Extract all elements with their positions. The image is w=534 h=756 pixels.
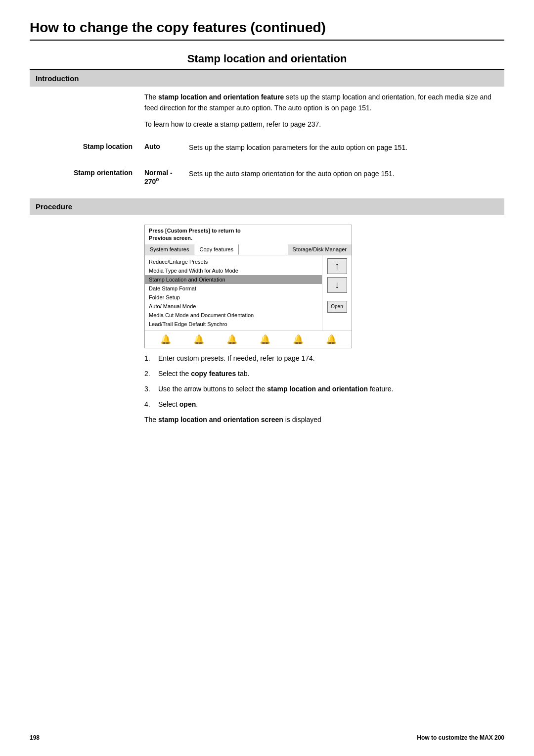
list-item[interactable]: Media Type and Width for Auto Mode xyxy=(145,266,322,275)
scroll-up-button[interactable]: ↑ xyxy=(327,258,347,274)
footer-title: How to customize the MAX 200 xyxy=(417,734,504,741)
list-item[interactable]: Auto/ Manual Mode xyxy=(145,302,322,311)
step-1-text: Enter custom presets. If needed, refer t… xyxy=(158,353,315,364)
screen-list: Reduce/Enlarge Presets Media Type and Wi… xyxy=(145,255,322,331)
open-button[interactable]: Open xyxy=(327,301,347,313)
procedure-header: Procedure xyxy=(30,198,504,215)
main-title: How to change the copy features (continu… xyxy=(30,20,504,41)
screen-icon-2: 🔔 xyxy=(193,334,204,345)
stamp-location-row: Stamp location Auto Sets up the stamp lo… xyxy=(30,140,504,156)
screen-icons-row: 🔔 🔔 🔔 🔔 🔔 🔔 xyxy=(145,331,352,348)
step-3-text: Use the arrow buttons to select the stam… xyxy=(158,384,393,394)
tab-copy-features[interactable]: Copy features xyxy=(194,244,238,255)
footer-page-number: 198 xyxy=(30,734,40,741)
step-1-num: 1. xyxy=(144,353,154,364)
tab-storage-disk[interactable]: Storage/Disk Manager xyxy=(288,244,352,255)
step-1: 1. Enter custom presets. If needed, refe… xyxy=(144,353,498,364)
screen-mockup: Press [Custom Presets] to return to Prev… xyxy=(144,225,352,348)
step-4-num: 4. xyxy=(144,399,154,410)
intro-para2: To learn how to create a stamp pattern, … xyxy=(144,119,498,130)
step-2: 2. Select the copy features tab. xyxy=(144,369,498,379)
step-4-text: Select open. xyxy=(158,399,198,410)
screen-body: Reduce/Enlarge Presets Media Type and Wi… xyxy=(145,255,352,331)
intro-para1: The stamp location and orientation featu… xyxy=(144,92,498,114)
procedure-body-row: Press [Custom Presets] to return to Prev… xyxy=(30,215,504,430)
screen-icon-3: 🔔 xyxy=(226,334,237,345)
introduction-header: Introduction xyxy=(30,70,504,87)
stamp-location-option: Auto xyxy=(138,140,183,156)
tab-system-features[interactable]: System features xyxy=(145,244,194,255)
list-item[interactable]: Folder Setup xyxy=(145,293,322,302)
list-item-selected[interactable]: Stamp Location and Orientation xyxy=(145,275,322,284)
stamp-orientation-desc: Sets up the auto stamp orientation for t… xyxy=(183,166,504,189)
stamp-orientation-option: Normal -270o xyxy=(138,166,183,189)
introduction-header-row: Introduction xyxy=(30,70,504,87)
screen-icon-5: 🔔 xyxy=(293,334,304,345)
introduction-body-row: The stamp location and orientation featu… xyxy=(30,87,504,140)
stamp-orientation-row: Stamp orientation Normal -270o Sets up t… xyxy=(30,166,504,189)
list-item[interactable]: Media Cut Mode and Document Orientation xyxy=(145,311,322,320)
procedure-steps: 1. Enter custom presets. If needed, refe… xyxy=(144,353,498,410)
intro-para1-prefix: The xyxy=(144,93,158,101)
stamp-location-desc: Sets up the stamp location parameters fo… xyxy=(183,140,504,156)
screen-icon-4: 🔔 xyxy=(260,334,270,345)
step-2-text: Select the copy features tab. xyxy=(158,369,249,379)
step-3-num: 3. xyxy=(144,384,154,394)
list-item[interactable]: Lead/Trail Edge Default Synchro xyxy=(145,320,322,329)
screen-header: Press [Custom Presets] to return to Prev… xyxy=(145,225,352,244)
screen-buttons: ↑ ↓ Open xyxy=(322,255,352,331)
step-4: 4. Select open. xyxy=(144,399,498,410)
intro-para1-bold: stamp location and orientation feature xyxy=(158,93,284,101)
step-3: 3. Use the arrow buttons to select the s… xyxy=(144,384,498,394)
final-note: The stamp location and orientation scree… xyxy=(144,415,498,425)
stamp-location-label: Stamp location xyxy=(30,140,138,156)
footer: 198 How to customize the MAX 200 xyxy=(30,734,504,741)
list-item[interactable]: Date Stamp Format xyxy=(145,284,322,293)
scroll-down-button[interactable]: ↓ xyxy=(327,277,347,293)
list-item[interactable]: Reduce/Enlarge Presets xyxy=(145,257,322,266)
section-title: Stamp location and orientation xyxy=(30,52,504,70)
screen-icon-1: 🔔 xyxy=(160,334,171,345)
stamp-orientation-label: Stamp orientation xyxy=(30,166,138,189)
screen-tabs: System features Copy features Storage/Di… xyxy=(145,244,352,255)
screen-icon-6: 🔔 xyxy=(326,334,337,345)
procedure-header-row: Procedure xyxy=(30,198,504,215)
step-2-num: 2. xyxy=(144,369,154,379)
